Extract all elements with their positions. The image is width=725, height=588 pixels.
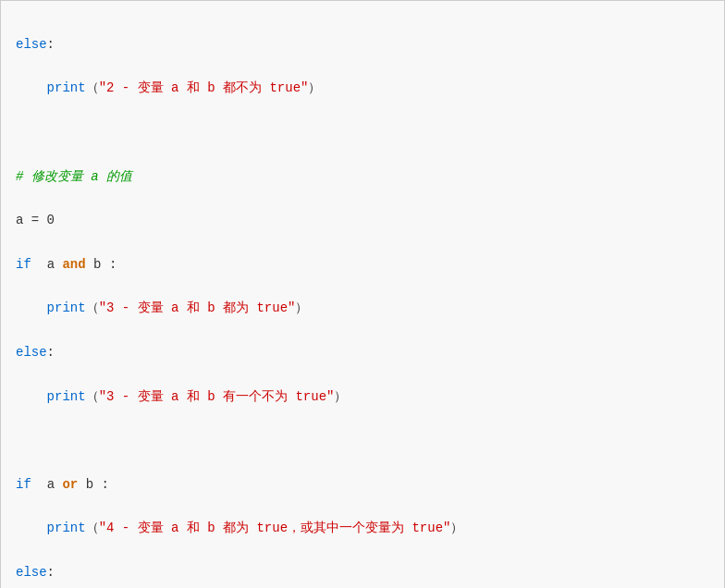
code-line-else3: else:: [16, 562, 709, 584]
code-line-blank1: [16, 122, 709, 144]
code-line-print2: print（"3 - 变量 a 和 b 都为 true"）: [16, 298, 709, 320]
code-line-if3: if a or b :: [16, 474, 709, 496]
code-line-print1: print（"2 - 变量 a 和 b 都不为 true"）: [16, 78, 709, 100]
code-line-else1: else:: [16, 34, 709, 56]
code-line-print3: print（"3 - 变量 a 和 b 有一个不为 true"）: [16, 386, 709, 409]
code-line-else2: else:: [16, 342, 709, 364]
code-editor: else: print（"2 - 变量 a 和 b 都不为 true"） # 修…: [0, 0, 725, 588]
code-line-if2: if a and b :: [16, 254, 709, 276]
code-line-assign: a = 0: [16, 210, 709, 232]
code-line-comment: # 修改变量 a 的值: [16, 166, 709, 189]
code-line-print4: print（"4 - 变量 a 和 b 都为 true，或其中一个变量为 tru…: [16, 518, 709, 540]
code-line-blank2: [16, 430, 709, 452]
